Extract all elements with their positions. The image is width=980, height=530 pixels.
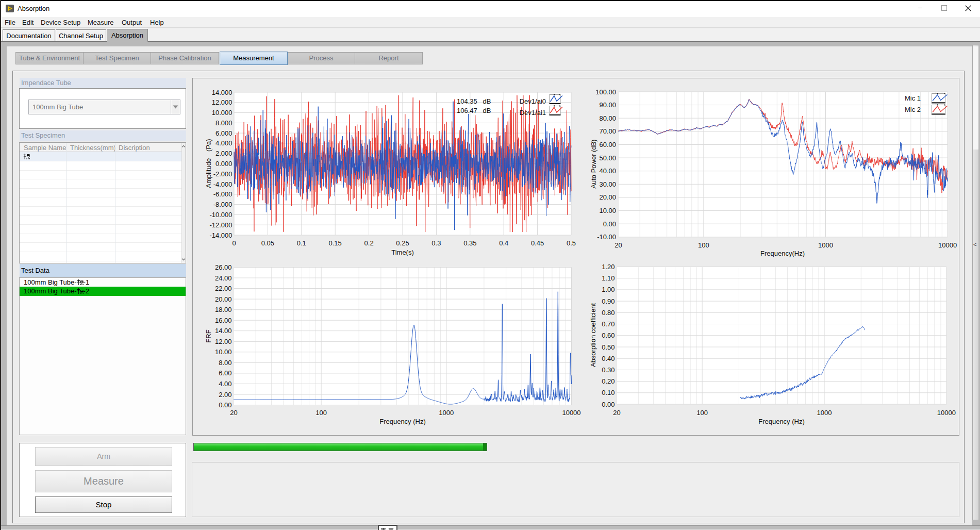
svg-text:80.00: 80.00	[599, 114, 616, 122]
svg-text:2.000: 2.000	[215, 150, 232, 157]
svg-text:22.00: 22.00	[215, 285, 232, 292]
svg-text:14.00: 14.00	[215, 327, 232, 335]
svg-text:-14.000: -14.000	[209, 231, 232, 239]
svg-text:0.45: 0.45	[531, 239, 544, 247]
svg-text:8.000: 8.000	[215, 119, 232, 127]
svg-text:10000: 10000	[938, 241, 957, 249]
svg-text:Mic 2: Mic 2	[905, 106, 921, 113]
svg-text:Auto Power (dB): Auto Power (dB)	[590, 139, 597, 188]
svg-text:12.00: 12.00	[215, 338, 232, 345]
svg-text:14.000: 14.000	[212, 89, 232, 96]
svg-text:0.35: 0.35	[463, 239, 476, 247]
svg-text:-12.000: -12.000	[209, 221, 232, 229]
svg-text:0.00: 0.00	[219, 401, 231, 409]
svg-text:Frequency (Hz): Frequency (Hz)	[758, 418, 805, 425]
svg-text:20: 20	[614, 241, 622, 249]
svg-text:12.000: 12.000	[212, 98, 232, 106]
svg-text:0.05: 0.05	[261, 239, 274, 247]
svg-text:0.00: 0.00	[603, 220, 616, 228]
svg-text:100.00: 100.00	[595, 88, 616, 96]
svg-text:Amplitude (Pa): Amplitude (Pa)	[205, 139, 212, 188]
svg-text:8.00: 8.00	[219, 359, 231, 367]
svg-text:0.20: 0.20	[602, 377, 614, 385]
svg-text:20.00: 20.00	[599, 193, 616, 201]
svg-text:10.00: 10.00	[599, 207, 616, 214]
svg-text:Absorption coefficient: Absorption coefficient	[589, 303, 597, 367]
svg-text:40.00: 40.00	[599, 167, 616, 175]
svg-text:20.00: 20.00	[215, 295, 232, 303]
svg-text:30.00: 30.00	[599, 180, 616, 188]
svg-text:104.35 dB: 104.35 dB	[457, 97, 491, 105]
svg-text:18.00: 18.00	[215, 306, 232, 313]
svg-text:Time(s): Time(s)	[391, 249, 414, 256]
svg-text:Dev1/ai1: Dev1/ai1	[520, 109, 546, 117]
svg-text:6.000: 6.000	[215, 129, 232, 137]
svg-text:Frequency (Hz): Frequency (Hz)	[379, 418, 426, 425]
svg-text:0.1: 0.1	[297, 239, 306, 247]
svg-text:0.10: 0.10	[602, 389, 614, 396]
svg-text:FRF: FRF	[205, 329, 212, 342]
svg-text:10000: 10000	[937, 409, 956, 417]
svg-text:2.00: 2.00	[219, 391, 231, 399]
svg-text:-6.000: -6.000	[213, 190, 232, 198]
svg-text:100: 100	[315, 409, 327, 417]
svg-text:1.10: 1.10	[602, 274, 614, 282]
svg-text:0.4: 0.4	[499, 239, 508, 247]
svg-text:0.70: 0.70	[602, 320, 614, 328]
svg-text:-10.000: -10.000	[209, 211, 232, 219]
svg-text:24.00: 24.00	[215, 274, 232, 282]
svg-text:10.000: 10.000	[212, 109, 232, 117]
svg-text:0.2: 0.2	[364, 239, 374, 247]
svg-text:1.00: 1.00	[602, 286, 614, 293]
svg-text:100: 100	[696, 409, 708, 417]
svg-text:106.47 dB: 106.47 dB	[457, 107, 491, 114]
svg-text:10.00: 10.00	[215, 348, 232, 356]
svg-text:0.3: 0.3	[431, 239, 441, 247]
svg-text:-2.000: -2.000	[213, 170, 232, 178]
svg-text:0.25: 0.25	[396, 239, 409, 247]
svg-text:Dev1/ai0: Dev1/ai0	[520, 97, 546, 105]
svg-text:0.15: 0.15	[329, 239, 342, 247]
svg-text:-4.000: -4.000	[213, 180, 232, 188]
svg-text:16.00: 16.00	[215, 317, 232, 324]
svg-text:1000: 1000	[817, 409, 832, 417]
svg-text:0.40: 0.40	[602, 355, 614, 362]
svg-text:0.50: 0.50	[602, 343, 614, 351]
svg-text:1000: 1000	[439, 409, 454, 417]
svg-text:Mic 1: Mic 1	[905, 94, 921, 102]
svg-text:4.00: 4.00	[219, 380, 231, 388]
svg-text:0: 0	[232, 239, 236, 247]
svg-text:26.00: 26.00	[215, 263, 232, 271]
svg-text:4.000: 4.000	[215, 139, 232, 147]
svg-text:50.00: 50.00	[599, 154, 616, 162]
svg-text:90.00: 90.00	[599, 101, 616, 109]
svg-text:60.00: 60.00	[599, 141, 616, 148]
svg-text:20: 20	[613, 409, 620, 417]
svg-text:1.20: 1.20	[602, 263, 614, 271]
svg-text:1000: 1000	[818, 241, 833, 249]
svg-text:20: 20	[230, 409, 237, 417]
svg-text:0.00: 0.00	[602, 401, 614, 408]
svg-text:0.30: 0.30	[602, 366, 614, 374]
svg-text:70.00: 70.00	[599, 127, 616, 135]
svg-text:0.80: 0.80	[602, 309, 614, 317]
svg-text:6.00: 6.00	[219, 369, 231, 377]
svg-text:0.60: 0.60	[602, 332, 614, 339]
svg-text:0.5: 0.5	[567, 239, 576, 247]
svg-text:0.000: 0.000	[215, 160, 232, 168]
svg-text:100: 100	[698, 241, 709, 249]
svg-text:-10.00: -10.00	[597, 233, 616, 241]
svg-text:10000: 10000	[562, 409, 580, 417]
svg-text:0.90: 0.90	[602, 297, 614, 305]
svg-text:Frequency(Hz): Frequency(Hz)	[760, 250, 805, 257]
svg-text:-8.000: -8.000	[213, 201, 232, 208]
